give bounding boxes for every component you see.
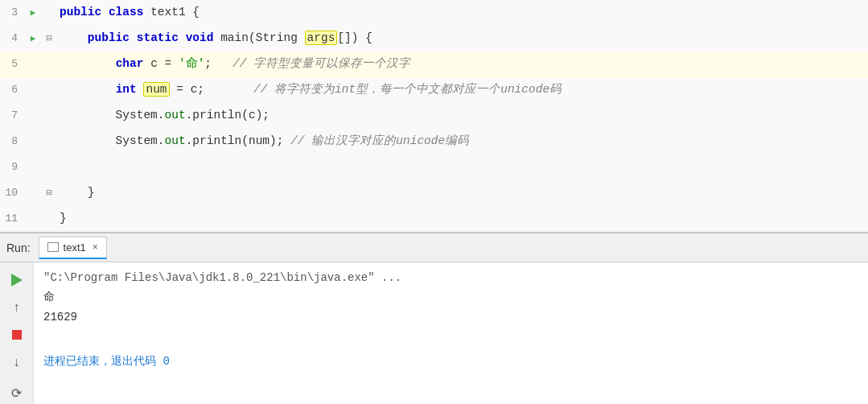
run-tab-name: text1: [64, 241, 86, 254]
debug-arrow: [24, 206, 42, 232]
line-number: 4: [0, 26, 24, 52]
output-line: 命: [43, 288, 858, 306]
scroll-up-button[interactable]: ↑: [6, 296, 28, 319]
line-number: 7: [0, 103, 24, 129]
tab-file-icon: [47, 242, 59, 252]
rerun-button[interactable]: ⟳: [6, 381, 28, 404]
fold-indicator: [42, 77, 56, 103]
debug-arrow: [24, 103, 42, 129]
code-table: 3▶public class text1 {4▶⊟ public static …: [0, 0, 868, 232]
rerun-icon: ⟳: [11, 385, 22, 401]
line-number: 5: [0, 52, 24, 77]
debug-arrow: [24, 77, 42, 103]
run-label: Run:: [6, 241, 31, 254]
debug-arrow: [24, 155, 42, 180]
fold-indicator: [42, 155, 56, 180]
arrow-icon: ▶: [31, 8, 36, 18]
code-editor: 3▶public class text1 {4▶⊟ public static …: [0, 0, 868, 233]
code-line: int num = c; // 将字符变为int型，每一个中文都对应一个unic…: [56, 77, 868, 103]
run-sidebar: ↑ ↓ ⟳ ⇌: [0, 262, 34, 404]
debug-arrow: ▶: [24, 26, 42, 52]
arrow-icon: ▶: [31, 34, 36, 43]
run-tab[interactable]: text1 ×: [39, 237, 107, 259]
fold-indicator: ⊟: [42, 26, 56, 52]
code-line: char c = '命'; // 字符型变量可以保存一个汉字: [56, 52, 868, 77]
debug-arrow: [24, 129, 42, 155]
run-header: Run: text1 ×: [0, 233, 868, 262]
debug-arrow: [24, 180, 42, 206]
play-icon: [11, 274, 23, 287]
line-number: 11: [0, 206, 24, 232]
scroll-down-button[interactable]: ↓: [6, 351, 28, 373]
down-arrow-icon: ↓: [14, 355, 20, 369]
line-number: 10: [0, 180, 24, 206]
line-number: 9: [0, 155, 24, 180]
code-line: System.out.println(num); // 输出汉字对应的unico…: [56, 129, 868, 155]
code-line: public static void main(String args[]) {: [56, 26, 868, 52]
debug-arrow: ▶: [24, 0, 42, 26]
up-arrow-icon: ↑: [14, 300, 20, 315]
fold-indicator: [42, 0, 56, 26]
fold-icon: ⊟: [46, 188, 51, 199]
debug-arrow: [24, 52, 42, 77]
line-number: 8: [0, 129, 24, 155]
stop-icon: [12, 330, 22, 340]
run-panel: Run: text1 × ↑ ↓ ⟳ ⇌: [0, 233, 868, 404]
fold-indicator: [42, 52, 56, 77]
code-line: public class text1 {: [56, 0, 868, 26]
output-line: 21629: [43, 308, 858, 326]
line-number: 6: [0, 77, 24, 103]
fold-indicator: [42, 103, 56, 129]
code-line: System.out.println(c);: [56, 103, 868, 129]
fold-indicator: [42, 206, 56, 232]
run-tab-close[interactable]: ×: [93, 241, 98, 253]
output-line: "C:\Program Files\Java\jdk1.8.0_221\bin\…: [43, 269, 858, 287]
line-number: 3: [0, 0, 24, 26]
code-line: }: [56, 180, 868, 206]
output-line: 进程已结束，退出代码 0: [43, 352, 858, 370]
play-button[interactable]: [6, 269, 28, 291]
output-wrapper: "C:\Program Files\Java\jdk1.8.0_221\bin\…: [34, 262, 868, 404]
fold-icon: ⊟: [46, 33, 51, 44]
code-line: [56, 155, 868, 180]
fold-indicator: ⊟: [42, 180, 56, 206]
stop-button[interactable]: [6, 324, 28, 346]
run-content: ↑ ↓ ⟳ ⇌ "C:\Program Files\Java\jdk1.8.0_…: [0, 262, 868, 404]
code-line: }: [56, 206, 868, 232]
run-output: "C:\Program Files\Java\jdk1.8.0_221\bin\…: [34, 262, 868, 404]
fold-indicator: [42, 129, 56, 155]
output-line: [43, 328, 858, 345]
